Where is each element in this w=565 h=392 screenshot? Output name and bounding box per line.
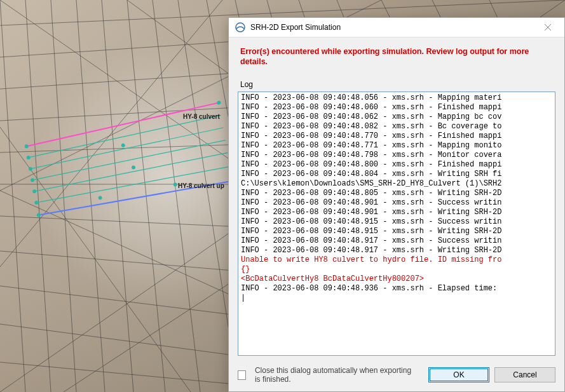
- svg-point-54: [173, 182, 177, 187]
- log-line: C:\Users\klemon\Downloads\SMS_SRH-2D_HY8…: [241, 179, 552, 189]
- log-line: INFO - 2023-06-08 09:40:48.804 - xms.srh…: [241, 170, 552, 179]
- log-output[interactable]: INFO - 2023-06-08 09:40:48.056 - xms.srh…: [238, 92, 555, 356]
- log-line: INFO - 2023-06-08 09:40:48.062 - xms.srh…: [241, 112, 552, 122]
- auto-close-checkbox[interactable]: [238, 370, 246, 380]
- log-line: INFO - 2023-06-08 09:40:48.901 - xms.srh…: [241, 198, 552, 208]
- log-line: INFO - 2023-06-08 09:40:48.901 - xms.srh…: [241, 208, 552, 217]
- svg-point-43: [26, 155, 31, 159]
- svg-point-44: [28, 166, 32, 171]
- svg-point-51: [121, 143, 125, 147]
- app-icon: [235, 22, 245, 32]
- log-line: INFO - 2023-06-08 09:40:48.798 - xms.srh…: [241, 151, 552, 160]
- auto-close-checkbox-label[interactable]: Close this dialog automatically when exp…: [255, 366, 418, 384]
- log-line: Unable to write HY8 culvert to hydro fil…: [241, 255, 552, 265]
- svg-point-55: [236, 23, 245, 32]
- svg-point-53: [98, 196, 102, 200]
- log-line: INFO - 2023-06-08 09:40:48.917 - xms.srh…: [241, 246, 552, 255]
- dialog-footer: Close this dialog automatically when exp…: [229, 362, 564, 391]
- svg-line-38: [32, 140, 227, 180]
- svg-point-46: [32, 189, 37, 194]
- log-line: INFO - 2023-06-08 09:40:48.915 - xms.srh…: [241, 217, 552, 227]
- log-line: INFO - 2023-06-08 09:40:48.770 - xms.srh…: [241, 132, 552, 141]
- canvas-label-bottom: HY-8 culvert up: [178, 182, 224, 189]
- log-line: INFO - 2023-06-08 09:40:48.915 - xms.srh…: [241, 227, 552, 236]
- svg-point-45: [31, 178, 35, 182]
- cancel-button[interactable]: Cancel: [494, 367, 555, 382]
- svg-point-49: [217, 100, 221, 105]
- log-line: INFO - 2023-06-08 09:40:48.060 - xms.srh…: [241, 103, 552, 112]
- cancel-button-label: Cancel: [513, 370, 536, 379]
- close-button[interactable]: [535, 18, 561, 36]
- ok-button[interactable]: OK: [428, 367, 489, 382]
- dialog-title: SRH-2D Export Simulation: [250, 23, 535, 32]
- log-output-frame: INFO - 2023-06-08 09:40:48.056 - xms.srh…: [238, 91, 555, 356]
- log-line: {}: [241, 265, 552, 274]
- log-line: INFO - 2023-06-08 09:40:48.917 - xms.srh…: [241, 236, 552, 246]
- log-section-label: Log: [229, 71, 564, 90]
- svg-point-48: [36, 213, 41, 217]
- error-banner: Error(s) encountered while exporting sim…: [229, 37, 564, 71]
- ok-button-label: OK: [453, 370, 464, 379]
- log-line: INFO - 2023-06-08 09:40:48.936 - xms.srh…: [241, 284, 552, 294]
- log-line: INFO - 2023-06-08 09:40:48.771 - xms.srh…: [241, 141, 552, 151]
- svg-line-37: [29, 128, 224, 169]
- svg-point-47: [34, 200, 39, 205]
- svg-point-52: [132, 165, 136, 170]
- svg-point-42: [24, 144, 29, 149]
- svg-line-36: [27, 115, 223, 158]
- log-line: INFO - 2023-06-08 09:40:48.056 - xms.srh…: [241, 93, 552, 103]
- dialog-titlebar[interactable]: SRH-2D Export Simulation: [229, 18, 564, 37]
- close-icon: [545, 24, 551, 30]
- canvas-label-top: HY-8 culvert: [183, 113, 220, 120]
- log-line: INFO - 2023-06-08 09:40:48.805 - xms.srh…: [241, 189, 552, 198]
- log-line: INFO - 2023-06-08 09:40:48.082 - xms.srh…: [241, 122, 552, 132]
- export-simulation-dialog: SRH-2D Export Simulation Error(s) encoun…: [228, 17, 565, 392]
- log-line: <BcDataCulvertHy8 BcDataCulvertHy800207>: [241, 274, 552, 284]
- log-line: INFO - 2023-06-08 09:40:48.800 - xms.srh…: [241, 160, 552, 170]
- log-line: |: [241, 294, 552, 303]
